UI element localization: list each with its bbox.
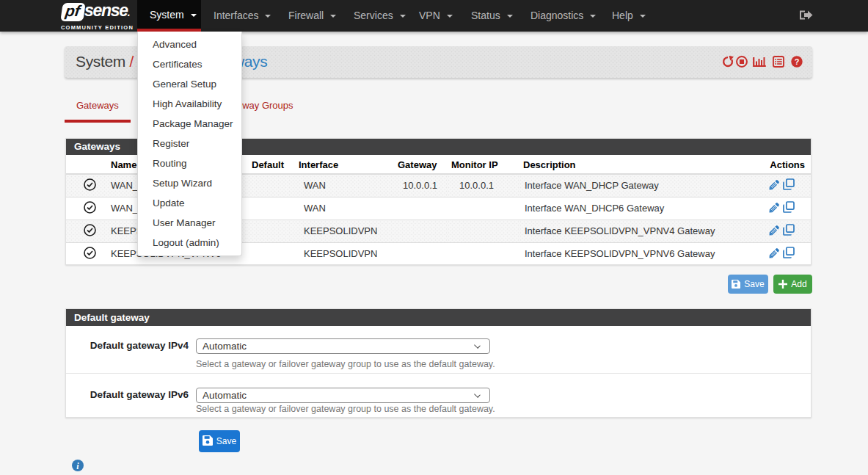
svg-text:?: ? bbox=[795, 57, 800, 66]
